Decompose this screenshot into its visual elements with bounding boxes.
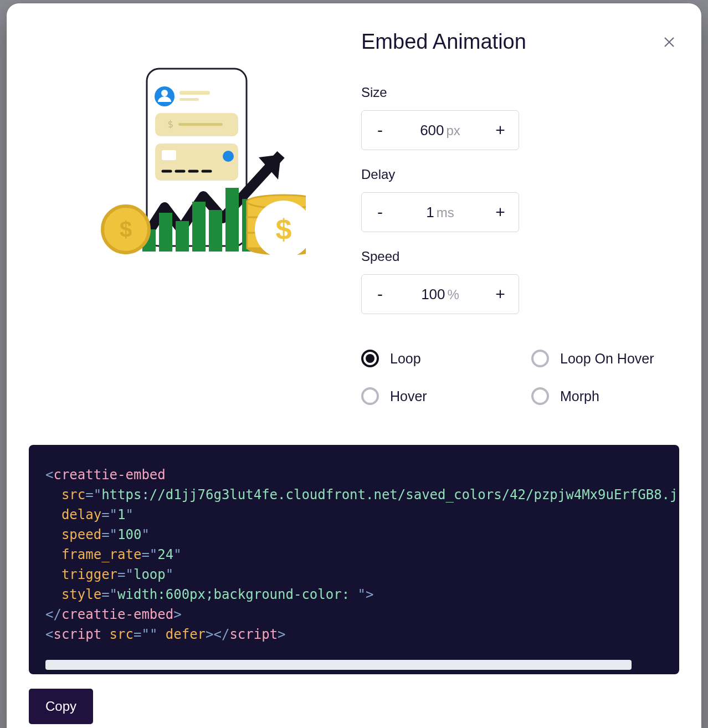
svg-rect-20 (225, 188, 239, 252)
speed-increment-button[interactable]: + (492, 286, 509, 303)
modal-title: Embed Animation (361, 30, 526, 54)
size-increment-button[interactable]: + (492, 122, 509, 139)
speed-stepper: - 100 % + (361, 274, 519, 314)
delay-decrement-button[interactable]: - (372, 204, 388, 221)
svg-text:$: $ (276, 213, 292, 245)
svg-rect-8 (155, 143, 238, 181)
speed-label: Speed (361, 249, 519, 264)
delay-label: Delay (361, 167, 519, 182)
radio-icon (361, 350, 379, 367)
radio-icon (531, 350, 549, 367)
delay-stepper: - 1 ms + (361, 192, 519, 232)
delay-field: Delay - 1 ms + (361, 167, 519, 232)
close-icon[interactable] (659, 32, 679, 52)
svg-rect-16 (159, 213, 172, 252)
svg-rect-3 (179, 91, 210, 95)
trigger-radio-loop-on-hover[interactable]: Loop On Hover (531, 350, 679, 367)
size-stepper: - 600 px + (361, 110, 519, 150)
trigger-radio-morph[interactable]: Morph (531, 387, 679, 405)
trigger-radio-loop[interactable]: Loop (361, 350, 509, 367)
svg-rect-9 (162, 150, 176, 160)
svg-rect-7 (178, 123, 223, 126)
animation-preview: $ (29, 30, 339, 263)
copy-button[interactable]: Copy (29, 689, 93, 724)
svg-rect-19 (209, 210, 222, 252)
radio-icon (361, 387, 379, 405)
size-label: Size (361, 85, 519, 100)
svg-text:$: $ (167, 118, 173, 130)
delay-value[interactable]: 1 ms (426, 204, 454, 221)
svg-point-2 (161, 90, 168, 96)
radio-icon (531, 387, 549, 405)
embed-animation-modal: $ (7, 3, 701, 728)
embed-code-block[interactable]: <creattie-embed src="https://d1jj76g3lut… (29, 445, 679, 674)
speed-decrement-button[interactable]: - (372, 286, 388, 303)
svg-text:$: $ (120, 217, 132, 242)
delay-increment-button[interactable]: + (492, 204, 509, 221)
speed-field: Speed - 100 % + (361, 249, 519, 314)
code-horizontal-scrollbar[interactable] (45, 660, 632, 670)
trigger-radio-group: Loop Loop On Hover Hover Morph (361, 350, 679, 405)
svg-rect-4 (179, 98, 199, 101)
size-field: Size - 600 px + (361, 85, 519, 150)
svg-rect-18 (192, 202, 206, 252)
size-decrement-button[interactable]: - (372, 122, 388, 139)
svg-rect-17 (176, 221, 189, 252)
size-value[interactable]: 600 px (420, 122, 460, 139)
speed-value[interactable]: 100 % (421, 286, 459, 303)
trigger-radio-hover[interactable]: Hover (361, 387, 509, 405)
svg-point-10 (223, 151, 234, 162)
